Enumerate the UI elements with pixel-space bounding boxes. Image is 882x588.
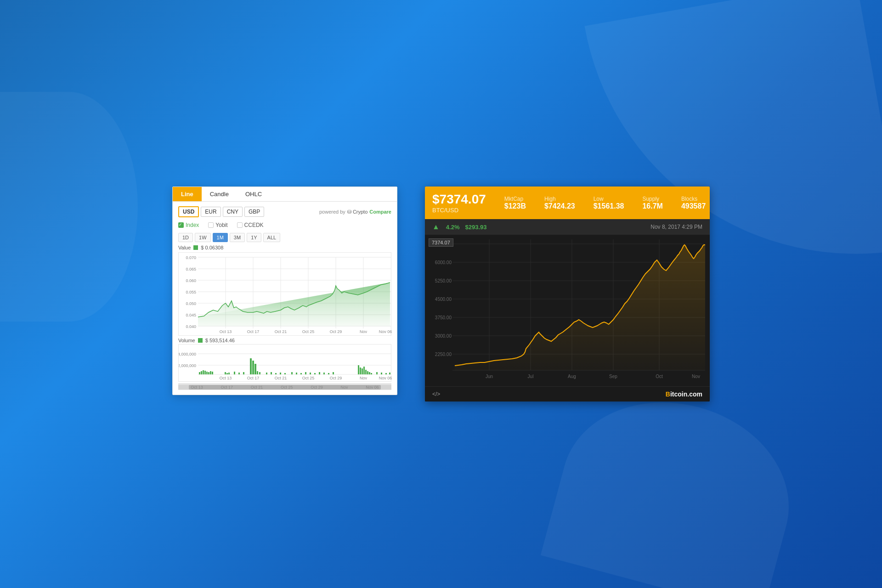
- high-value: $7424.23: [544, 202, 575, 210]
- tab-ohlc[interactable]: OHLC: [237, 187, 270, 201]
- svg-rect-40: [201, 371, 202, 374]
- svg-rect-74: [360, 368, 361, 374]
- svg-rect-62: [284, 373, 286, 374]
- exchange-row: Index Yobit CCEDK: [178, 222, 391, 228]
- scroll-thumb[interactable]: Oct 13 Oct 17 Oct 21 Oct 25 Oct 29 Nov N…: [189, 385, 381, 390]
- timeframe-row: 1D 1W 1M 3M 1Y ALL: [178, 233, 391, 242]
- svg-text:0.045: 0.045: [186, 313, 196, 317]
- svg-rect-67: [310, 373, 311, 374]
- blocks-value: 493587: [681, 202, 706, 210]
- tf-3m[interactable]: 3M: [230, 233, 245, 242]
- exchange-yobit[interactable]: Yobit: [208, 222, 227, 228]
- exchange-ccedk[interactable]: CCEDK: [237, 222, 264, 228]
- svg-rect-69: [319, 372, 320, 374]
- svg-text:0.055: 0.055: [186, 290, 196, 294]
- svg-rect-56: [257, 371, 258, 374]
- svg-text:0.040: 0.040: [186, 324, 196, 329]
- svg-rect-52: [228, 373, 230, 374]
- tf-1w[interactable]: 1W: [195, 233, 211, 242]
- volume-text: Volume: [178, 338, 195, 343]
- svg-rect-44: [208, 372, 209, 374]
- exchange-index[interactable]: Index: [178, 222, 199, 228]
- cc-compare-text: Compare: [369, 209, 391, 215]
- svg-rect-72: [333, 372, 334, 374]
- svg-text:Jul: Jul: [528, 374, 534, 379]
- price-tag: 7374.07: [429, 238, 453, 247]
- svg-rect-59: [271, 372, 272, 374]
- btc-pair: BTC/USD: [432, 207, 486, 214]
- svg-text:Jun: Jun: [486, 374, 493, 379]
- tf-1m[interactable]: 1M: [213, 233, 228, 242]
- value-text: Value: [178, 245, 191, 250]
- cc-logo-icon: ⛁ Crypto: [347, 209, 368, 215]
- btc-price-block: $7374.07 BTC/USD: [432, 192, 486, 214]
- widgets-container: Line Candle OHLC USD EUR CNY GBP powered…: [172, 187, 710, 401]
- svg-rect-78: [367, 371, 368, 374]
- svg-rect-43: [206, 372, 208, 374]
- svg-rect-83: [385, 373, 387, 374]
- index-checkbox-icon: [178, 222, 184, 228]
- powered-by-text: powered by: [319, 209, 345, 215]
- value-label-row: Value $ 0.06308: [178, 245, 391, 250]
- svg-text:Oct 17: Oct 17: [247, 329, 260, 334]
- svg-rect-39: [199, 372, 200, 374]
- tf-1y[interactable]: 1Y: [247, 233, 261, 242]
- embed-icon[interactable]: </>: [432, 391, 440, 397]
- tf-all[interactable]: ALL: [263, 233, 281, 242]
- svg-rect-48: [252, 361, 254, 374]
- svg-text:Oct 29: Oct 29: [330, 376, 342, 380]
- mktcap-value: $123B: [504, 202, 526, 210]
- svg-text:0.070: 0.070: [186, 255, 196, 260]
- svg-rect-50: [225, 372, 226, 374]
- scroll-bar[interactable]: Oct 13 Oct 17 Oct 21 Oct 25 Oct 29 Nov N…: [178, 384, 391, 390]
- btc-price: $7374.07: [432, 192, 486, 207]
- svg-rect-70: [323, 373, 325, 374]
- right-widget: $7374.07 BTC/USD MktCap $123B High $7424…: [425, 187, 710, 401]
- svg-text:Sep: Sep: [609, 374, 617, 379]
- value-dot-icon: [193, 245, 198, 250]
- price-chart-area: 0.070 0.065 0.060 0.055 0.050 0.045 0.04…: [178, 252, 391, 336]
- svg-rect-76: [363, 367, 365, 374]
- btc-footer: </> Bitcoin.com: [425, 386, 710, 401]
- tab-line[interactable]: Line: [173, 187, 202, 201]
- svg-rect-45: [210, 371, 211, 374]
- btc-supply: Supply 16.7M: [642, 196, 662, 210]
- svg-text:4500.00: 4500.00: [435, 297, 452, 302]
- volume-amount: $ 593,514.46: [205, 338, 235, 343]
- svg-rect-55: [243, 372, 244, 374]
- svg-rect-49: [254, 364, 256, 374]
- high-label: High: [544, 196, 575, 202]
- svg-rect-77: [365, 370, 367, 374]
- scroll-track[interactable]: Oct 13 Oct 17 Oct 21 Oct 25 Oct 29 Nov N…: [178, 385, 391, 390]
- btc-chart-area: 7374.07 6750.00: [425, 235, 710, 386]
- svg-text:3750.00: 3750.00: [435, 315, 452, 320]
- currency-cny[interactable]: CNY: [223, 207, 243, 217]
- btc-timestamp: Nov 8, 2017 4:29 PM: [650, 224, 702, 230]
- btc-blocks: Blocks 493587: [681, 196, 706, 210]
- left-widget: Line Candle OHLC USD EUR CNY GBP powered…: [172, 187, 397, 395]
- svg-rect-81: [376, 372, 378, 374]
- svg-rect-82: [381, 373, 382, 374]
- currency-usd[interactable]: USD: [178, 206, 199, 217]
- btc-subheader: ▲ 4.2% $293.93 Nov 8, 2017 4:29 PM: [425, 219, 710, 235]
- low-label: Low: [594, 196, 624, 202]
- btc-chart-svg: 6750.00 6000.00 5250.00 4500.00 3750.00 …: [425, 235, 710, 386]
- svg-text:Nov: Nov: [360, 376, 368, 380]
- svg-text:Oct 25: Oct 25: [302, 376, 315, 380]
- yobit-label: Yobit: [215, 222, 227, 228]
- change-pct: 4.2%: [446, 224, 460, 231]
- svg-text:Oct 13: Oct 13: [220, 376, 232, 380]
- change-amount: $293.93: [465, 224, 486, 231]
- svg-rect-58: [266, 373, 267, 374]
- svg-text:Nov 06: Nov 06: [379, 376, 392, 380]
- low-value: $1561.38: [594, 202, 624, 210]
- price-chart-svg: 0.070 0.065 0.060 0.055 0.050 0.045 0.04…: [179, 253, 393, 335]
- tf-1d[interactable]: 1D: [178, 233, 193, 242]
- svg-rect-41: [203, 370, 204, 374]
- svg-text:3000.00: 3000.00: [435, 334, 452, 339]
- svg-rect-57: [259, 372, 260, 374]
- currency-gbp[interactable]: GBP: [244, 207, 264, 217]
- currency-eur[interactable]: EUR: [201, 207, 220, 217]
- tab-candle[interactable]: Candle: [202, 187, 237, 201]
- tab-bar: Line Candle OHLC: [173, 187, 397, 202]
